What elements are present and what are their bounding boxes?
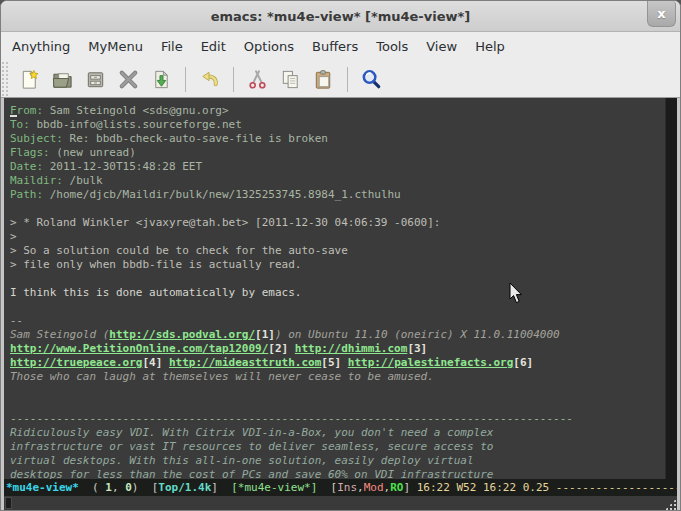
modeline-segment: RO — [390, 481, 403, 494]
modeline-segment: *mu4e-view* — [6, 481, 79, 494]
text-segment: To: — [10, 118, 30, 131]
toolbar-button-cut[interactable] — [244, 66, 271, 93]
text-line: > — [10, 230, 666, 244]
link[interactable]: http://mideasttruth.com — [169, 356, 321, 369]
text-segment — [288, 342, 295, 355]
text-line: Sam Steingold (http://sds.podval.org/[1]… — [10, 328, 666, 342]
link[interactable]: http://sds.podval.org/ — [109, 328, 255, 341]
text-line: Flags: (new unread) — [10, 146, 666, 160]
toolbar-separator — [233, 67, 234, 92]
frame-content: From: Sam Steingold <sds@gnu.org>To: bbd… — [1, 98, 680, 511]
resize-grip[interactable] — [664, 498, 677, 511]
titlebar[interactable]: emacs: *mu4e-view* [*mu4e-view*] x — [1, 1, 680, 32]
text-line: To: bbdb-info@lists.sourceforge.net — [10, 118, 666, 132]
text-segment: [3] — [407, 342, 427, 355]
text-segment: Ridiculously easy VDI. With Citrix VDI-i… — [10, 426, 493, 439]
toolbar-button-undo[interactable] — [196, 66, 223, 93]
emacs-window: emacs: *mu4e-view* [*mu4e-view*] x Anyth… — [0, 0, 681, 511]
menu-item-tools[interactable]: Tools — [367, 34, 417, 59]
scrollbar[interactable] — [665, 98, 677, 479]
toolbar-button-save-as[interactable] — [148, 66, 175, 93]
window-title: emacs: *mu4e-view* [*mu4e-view*] — [211, 9, 471, 24]
menu-item-view[interactable]: View — [417, 34, 466, 59]
buffer-text-area[interactable]: From: Sam Steingold <sds@gnu.org>To: bbd… — [4, 98, 666, 479]
text-segment: (new unread) — [50, 146, 136, 159]
text-line: > file only when bbdb-file is actually r… — [10, 258, 666, 272]
close-button[interactable]: x — [647, 1, 676, 27]
link[interactable]: http://www.PetitionOnline.com/tap12009/ — [10, 342, 268, 355]
text-line: Subject: Re: bbdb-check-auto-save-file i… — [10, 132, 666, 146]
modeline-segment: Mod — [364, 481, 384, 494]
delete-icon — [117, 68, 140, 91]
text-segment: virtual desktops. With this all-in-one s… — [10, 454, 474, 467]
text-line: I think this is done automatically by em… — [10, 286, 666, 300]
modeline-segment: 16:22 W52 16:22 0.25 — [417, 481, 556, 494]
toolbar-button-open-folder[interactable] — [49, 66, 76, 93]
open-folder-icon — [51, 68, 74, 91]
text-segment: [4] — [142, 356, 162, 369]
text-segment: infrastructure or vast IT resources to d… — [10, 440, 493, 453]
menu-item-options[interactable]: Options — [235, 34, 303, 59]
toolbar — [1, 61, 680, 98]
save-icon — [84, 68, 107, 91]
text-line: > So a solution could be to check for th… — [10, 244, 666, 258]
minibuffer[interactable] — [4, 496, 677, 511]
text-segment: > file only when bbdb-file is actually r… — [10, 258, 301, 271]
text-segment: desktops for less than the cost of PCs a… — [10, 468, 493, 479]
menu-item-help[interactable]: Help — [466, 34, 514, 59]
link[interactable]: http://palestinefacts.org — [348, 356, 514, 369]
menu-item-edit[interactable]: Edit — [192, 34, 235, 59]
modeline-segment: 1 — [105, 481, 112, 494]
text-segment: /bulk — [63, 174, 103, 187]
text-segment: /home/djcb/Maildir/bulk/new/1325253745.8… — [43, 188, 401, 201]
modeline-segment: ] — [211, 481, 231, 494]
modeline-segment: ] — [403, 481, 416, 494]
text-segment: Sam Steingold <sds@gnu.org> — [43, 104, 228, 117]
text-segment: [6] — [513, 356, 533, 369]
toolbar-button-delete[interactable] — [115, 66, 142, 93]
menu-item-mymenu[interactable]: MyMenu — [79, 34, 152, 59]
text-segment: Flags: — [10, 146, 50, 159]
text-line: Ridiculously easy VDI. With Citrix VDI-i… — [10, 426, 666, 440]
toolbar-button-save[interactable] — [82, 66, 109, 93]
text-segment: Those who can laugh at themselves will n… — [10, 370, 434, 383]
text-line — [10, 300, 666, 314]
undo-icon — [198, 68, 221, 91]
text-line: http://www.PetitionOnline.com/tap12009/[… — [10, 342, 666, 356]
modeline-segment: [*mu4e-view*] — [231, 481, 317, 494]
text-line: virtual desktops. With this all-in-one s… — [10, 454, 666, 468]
modeline-segment: Ins — [337, 481, 357, 494]
modeline-segment: 0 — [125, 481, 132, 494]
editor: From: Sam Steingold <sds@gnu.org>To: bbd… — [4, 98, 677, 479]
text-segment — [341, 356, 348, 369]
cut-icon — [246, 68, 269, 91]
text-line: > * Roland Winkler <jvaxyre@tah.bet> [20… — [10, 216, 666, 230]
toolbar-button-new-file[interactable] — [16, 66, 43, 93]
text-line: From: Sam Steingold <sds@gnu.org> — [10, 104, 666, 118]
text-segment: -- — [10, 314, 23, 327]
text-segment: bbdb-info@lists.sourceforge.net — [30, 118, 242, 131]
menu-item-file[interactable]: File — [152, 34, 192, 59]
modeline-segment: , — [357, 481, 364, 494]
menu-item-anything[interactable]: Anything — [3, 34, 79, 59]
toolbar-button-copy[interactable] — [277, 66, 304, 93]
text-segment: 2011-12-30T15:48:28 EET — [43, 160, 202, 173]
text-segment: > — [10, 230, 17, 243]
close-icon: x — [657, 7, 665, 20]
text-line: Path: /home/djcb/Maildir/bulk/new/132525… — [10, 188, 666, 202]
link[interactable]: http://dhimmi.com — [295, 342, 408, 355]
toolbar-separator — [185, 67, 186, 92]
text-line — [10, 202, 666, 216]
text-segment: [1] — [255, 328, 275, 341]
link[interactable]: http://truepeace.org — [10, 356, 142, 369]
text-segment: ) on Ubuntu 11.10 (oneiric) X 11.0.11004… — [275, 328, 560, 341]
toolbar-button-search[interactable] — [358, 66, 385, 93]
toolbar-button-paste[interactable] — [310, 66, 337, 93]
text-segment: I think this is done automatically by em… — [10, 286, 301, 299]
text-segment: Subject: — [10, 132, 63, 145]
text-segment: > So a solution could be to check for th… — [10, 244, 348, 257]
text-segment: > * Roland Winkler <jvaxyre@tah.bet> [20… — [10, 216, 440, 229]
text-segment: Sam Steingold ( — [10, 328, 109, 341]
menu-item-buffers[interactable]: Buffers — [303, 34, 367, 59]
text-segment: Re: bbdb-check-auto-save-file is broken — [63, 132, 328, 145]
